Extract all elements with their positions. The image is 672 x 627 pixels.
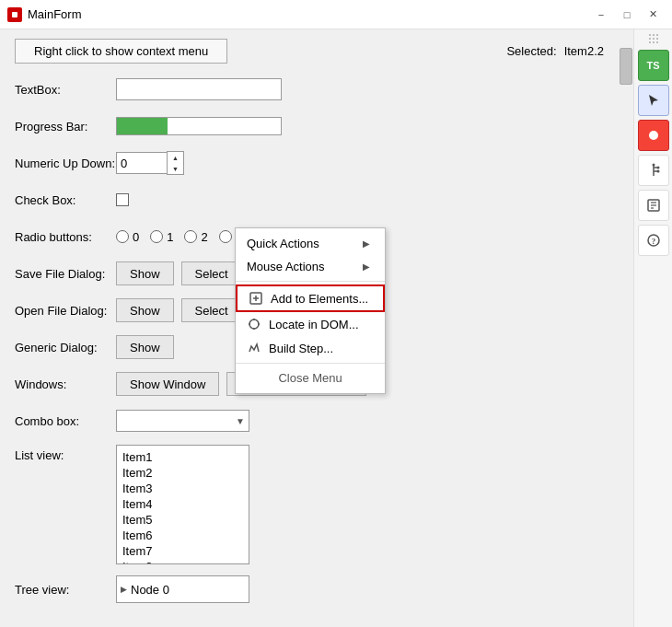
radio-group: 0 1 2 3 (116, 230, 242, 244)
list-row: List view: Item1Item2Item3Item4Item5Item… (15, 445, 604, 564)
genericdialog-label: Generic Dialog: (15, 341, 116, 354)
svg-rect-1 (12, 12, 17, 17)
mouse-actions-label: Mouse Actions (247, 260, 325, 273)
menu-separator-1 (236, 281, 385, 282)
list-item[interactable]: Item3 (121, 481, 245, 496)
radio-button-2[interactable] (184, 230, 197, 243)
progressbar-row: Progress Bar: (15, 113, 604, 139)
maximize-button[interactable]: □ (615, 6, 639, 24)
radio-item-0: 0 (116, 230, 139, 244)
list-item[interactable]: Item4 (121, 496, 245, 512)
cursor-button[interactable] (638, 85, 669, 116)
window-title: MainForm (28, 7, 82, 21)
chevron-down-icon: ▼ (236, 416, 245, 426)
main-area: Right click to show context menu Selecte… (0, 29, 672, 627)
numeric-row: Numeric Up Down: 0 ▲ ▼ (15, 150, 604, 176)
submenu-arrow-icon-2: ▶ (363, 261, 370, 272)
radio-button-0[interactable] (116, 230, 129, 243)
list-item[interactable]: Item5 (121, 512, 245, 528)
menu-item-locate-in-dom[interactable]: Locate in DOM... (236, 312, 385, 336)
title-bar: MainForm − □ ✕ (0, 0, 672, 29)
help-button[interactable]: ? (638, 225, 669, 256)
combo-label: Combo box: (15, 414, 116, 428)
list-view[interactable]: Item1Item2Item3Item4Item5Item6Item7Item8 (116, 445, 249, 564)
svg-point-10 (649, 131, 658, 140)
progressbar-control (116, 117, 604, 135)
savefile-select-button[interactable]: Select (181, 261, 242, 285)
title-bar-left: MainForm (7, 7, 82, 22)
combo-box[interactable]: ▼ (116, 410, 249, 432)
locate-in-dom-label: Locate in DOM... (269, 318, 359, 331)
menu-separator-2 (236, 363, 385, 364)
openfile-select-button[interactable]: Select (181, 298, 242, 322)
textbox-row: TextBox: (15, 76, 604, 102)
numeric-input[interactable]: 0 (116, 152, 167, 174)
checkbox-row: Check Box: (15, 187, 604, 213)
selected-label: Selected: (506, 44, 556, 58)
tree-label: Tree view: (15, 583, 116, 597)
radio-label-2: 2 (201, 230, 207, 244)
list-item[interactable]: Item2 (121, 465, 245, 481)
context-menu: Quick Actions ▶ Mouse Actions ▶ Add to E… (235, 227, 386, 394)
numeric-arrows: ▲ ▼ (167, 151, 184, 175)
right-panel: TS ? (633, 29, 672, 627)
textbox-control (116, 78, 604, 100)
context-menu-trigger[interactable]: Right click to show context menu (15, 39, 227, 64)
tree-view[interactable]: ▶ Node 0 (116, 575, 249, 603)
menu-item-add-to-elements[interactable]: Add to Elements... (236, 284, 385, 312)
genericdialog-show-button[interactable]: Show (116, 335, 174, 359)
submenu-arrow-icon: ▶ (363, 238, 370, 249)
form-area: Right click to show context menu Selecte… (0, 29, 619, 627)
tree-control: ▶ Node 0 (116, 575, 604, 603)
openfile-label: Open File Dialog: (15, 304, 116, 318)
textbox-label: TextBox: (15, 83, 116, 97)
minimize-button[interactable]: − (589, 6, 613, 24)
progressbar-label: Progress Bar: (15, 120, 116, 134)
tree-expand-icon: ▶ (121, 585, 127, 594)
svg-point-15 (656, 170, 659, 173)
list-item[interactable]: Item1 (121, 449, 245, 465)
build-step-label: Build Step... (269, 342, 333, 355)
scrollbar-right[interactable] (619, 29, 633, 627)
checkbox-input[interactable] (116, 193, 129, 206)
radio-button-1[interactable] (150, 230, 163, 243)
savefile-show-button[interactable]: Show (116, 261, 174, 285)
numeric-down-button[interactable]: ▼ (168, 163, 183, 174)
show-window-button[interactable]: Show Window (116, 372, 219, 396)
radio-label-1: 1 (167, 230, 173, 244)
radio-label-0: 0 (133, 230, 139, 244)
selected-area: Selected: Item2.2 (506, 44, 604, 58)
combo-row: Combo box: ▼ (15, 408, 604, 434)
openfile-show-button[interactable]: Show (116, 298, 174, 322)
add-to-elements-label: Add to Elements... (271, 292, 368, 306)
tree-node-label: Node 0 (131, 583, 169, 597)
tree-button[interactable] (638, 155, 669, 186)
app-icon (7, 7, 22, 22)
list-item[interactable]: Item8 (121, 559, 245, 564)
numeric-up-button[interactable]: ▲ (168, 152, 183, 163)
radio-item-1: 1 (150, 230, 173, 244)
menu-item-mouse-actions[interactable]: Mouse Actions ▶ (236, 255, 385, 278)
numeric-label: Numeric Up Down: (15, 157, 116, 170)
combo-control: ▼ (116, 410, 604, 432)
textbox-input[interactable] (116, 78, 282, 100)
close-menu-item[interactable]: Close Menu (236, 366, 385, 389)
list-item[interactable]: Item7 (121, 543, 245, 559)
list-item[interactable]: Item6 (121, 528, 245, 543)
add-elements-icon (249, 291, 263, 306)
locate-dom-icon (247, 317, 261, 331)
list-label: List view: (15, 448, 116, 462)
numeric-control: 0 ▲ ▼ (116, 151, 604, 175)
ts-button[interactable]: TS (638, 50, 669, 81)
selected-value: Item2.2 (564, 44, 604, 58)
close-button[interactable]: ✕ (641, 6, 665, 24)
radio-button-3[interactable] (219, 230, 232, 243)
record-button[interactable] (638, 120, 669, 151)
window-controls: − □ ✕ (589, 6, 665, 24)
menu-item-quick-actions[interactable]: Quick Actions ▶ (236, 232, 385, 255)
progress-bar-fill (117, 118, 168, 134)
radio-item-2: 2 (184, 230, 207, 244)
scrollbar-thumb[interactable] (620, 48, 632, 85)
book-button[interactable] (638, 190, 669, 221)
menu-item-build-step[interactable]: Build Step... (236, 336, 385, 360)
